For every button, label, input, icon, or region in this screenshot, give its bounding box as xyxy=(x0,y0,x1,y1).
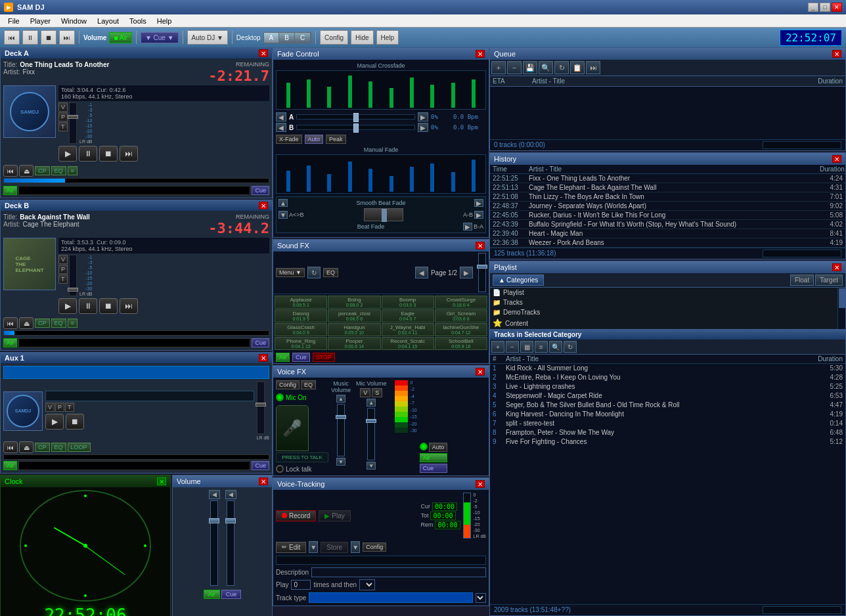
deck-b-fader-thumb[interactable] xyxy=(68,288,78,292)
track-row[interactable]: 6King Harvest - Dancing In The Moonlight… xyxy=(490,410,845,419)
maximize-button[interactable]: □ xyxy=(820,3,830,12)
tracks-search[interactable]: 🔍 xyxy=(549,341,562,353)
sfx-volume-thumb[interactable] xyxy=(477,265,487,269)
sfx-btn-2[interactable]: Boing0:08.0 2 xyxy=(328,296,380,309)
deck-b-stop[interactable]: ⏹ xyxy=(99,298,118,314)
transport-next[interactable]: ⏭ xyxy=(59,30,75,45)
transport-pause[interactable]: ⏸ xyxy=(22,30,38,45)
aux1-cp[interactable]: CP xyxy=(35,443,50,452)
history-row[interactable]: 22:48:37Journey - Separate Ways (Worlds … xyxy=(490,202,845,211)
cf-b-left[interactable]: ◀ xyxy=(276,123,286,132)
history-row[interactable]: 22:51:13Cage The Elephant - Back Against… xyxy=(490,183,845,192)
fade-control-close[interactable]: ✕ xyxy=(476,50,485,58)
queue-add[interactable]: + xyxy=(491,61,506,74)
deck-b-rew[interactable]: ⏮ xyxy=(3,317,18,329)
sfx-btn-1[interactable]: Applause0:09.5 1 xyxy=(275,296,327,309)
track-row[interactable]: 4Steppenwolf - Magic Carpet Ride6:53 xyxy=(490,391,845,401)
aux1-eq[interactable]: EQ xyxy=(51,443,66,452)
sfx-btn-4[interactable]: CrowdSurge0:18.0 4 xyxy=(435,296,487,309)
air-button[interactable]: ■ Air xyxy=(109,32,132,43)
history-row[interactable]: 22:51:25Fixx - One Thing Leads To Anothe… xyxy=(490,174,845,183)
sfx-btn-12[interactable]: lachineGunShe0:04.7 12 xyxy=(435,323,487,336)
volume-fader-right-thumb[interactable] xyxy=(225,518,236,523)
queue-search-input[interactable] xyxy=(763,141,841,149)
vfx-cue[interactable]: Cue xyxy=(420,464,448,473)
description-input[interactable] xyxy=(311,567,486,577)
voice-fx-close[interactable]: ✕ xyxy=(476,368,485,376)
sound-fx-close[interactable]: ✕ xyxy=(476,242,485,250)
mvol-up[interactable]: ▲ xyxy=(336,395,345,403)
deck-a-eq[interactable]: EQ xyxy=(51,166,66,175)
volume-close[interactable]: ✕ xyxy=(259,477,268,485)
desktop-tab-a[interactable]: A xyxy=(264,33,280,43)
deck-b-v-btn[interactable]: V xyxy=(58,255,68,264)
track-row[interactable]: 5Seger, Bob & The Silver Bullet Band - O… xyxy=(490,401,845,410)
deck-b-eject[interactable]: ⏏ xyxy=(19,317,33,329)
cat-item-playlist[interactable]: 📄Playlist xyxy=(490,288,837,297)
history-search[interactable] xyxy=(763,250,841,257)
mvol-down[interactable]: ▼ xyxy=(336,458,345,466)
history-row[interactable]: 22:45:05Rucker, Darius - It Won't Be Lik… xyxy=(490,211,845,220)
transport-stop[interactable]: ⏹ xyxy=(41,30,56,45)
deck-a-air[interactable]: Air xyxy=(3,186,17,195)
menu-window[interactable]: Window xyxy=(56,16,92,26)
press-to-talk[interactable]: PRESS TO TALK xyxy=(276,452,328,462)
vt-close[interactable]: ✕ xyxy=(476,480,485,488)
aux1-eject[interactable]: ⏏ xyxy=(19,441,33,453)
cat-item-demotracks[interactable]: 📁DemoTracks xyxy=(490,307,837,317)
cat-scrollbar[interactable] xyxy=(837,288,845,329)
sfx-air[interactable]: Air xyxy=(276,353,290,362)
clock-close[interactable]: ✕ xyxy=(157,477,166,485)
aux1-t[interactable]: T xyxy=(65,403,74,412)
sfx-btn-8[interactable]: Girl_Scream0:03.8 8 xyxy=(435,309,487,322)
tracks-remove[interactable]: − xyxy=(506,341,519,353)
track-type-select[interactable] xyxy=(476,593,486,603)
tracks-refresh[interactable]: ↻ xyxy=(564,341,577,353)
aux1-play[interactable]: ▶ xyxy=(45,414,64,429)
micvol-up[interactable]: ▲ xyxy=(367,399,376,407)
aux1-loop[interactable]: LOOP xyxy=(68,443,91,452)
sfx-menu[interactable]: Menu ▼ xyxy=(276,268,305,277)
queue-save[interactable]: 💾 xyxy=(523,61,537,74)
deck-a-t-btn[interactable]: T xyxy=(58,122,68,131)
sfx-btn-7[interactable]: Eagle0:04.0 7 xyxy=(382,309,434,322)
deck-a-mix[interactable]: ≡ xyxy=(68,166,78,175)
peak-btn[interactable]: Peak xyxy=(326,135,346,144)
sbf-slider[interactable] xyxy=(364,208,403,221)
track-row[interactable]: 8Frampton, Peter - Show Me The Way6:48 xyxy=(490,428,845,437)
aux1-progress[interactable] xyxy=(3,454,269,460)
sfx-prev-page[interactable]: ◀ xyxy=(415,267,428,278)
beat-fade-right[interactable]: ▶ xyxy=(463,223,472,231)
sfx-btn-5[interactable]: Daiong0:01.9 5 xyxy=(275,309,327,322)
mvol-thumb[interactable] xyxy=(336,415,346,419)
vfx-config[interactable]: Config xyxy=(276,380,300,389)
categories-btn[interactable]: ▲ Categories xyxy=(493,275,544,286)
record-button[interactable]: Record xyxy=(276,510,316,521)
track-row[interactable]: 1Kid Rock - All Summer Long5:30 xyxy=(490,364,845,373)
aux1-stop[interactable]: ⏹ xyxy=(66,414,84,429)
deck-b-eq[interactable]: EQ xyxy=(51,319,66,328)
deck-a-fader-thumb[interactable] xyxy=(68,115,78,119)
deck-a-p-btn[interactable]: P xyxy=(58,112,68,121)
menu-help[interactable]: Help xyxy=(152,16,177,26)
aux1-close[interactable]: ✕ xyxy=(259,354,268,362)
queue-export[interactable]: 📋 xyxy=(570,61,585,74)
desktop-tab-c[interactable]: C xyxy=(295,33,311,43)
menu-layout[interactable]: Layout xyxy=(92,16,124,26)
micvol-thumb[interactable] xyxy=(366,419,376,423)
deck-a-cue[interactable]: Cue xyxy=(252,186,269,195)
mic-v-btn[interactable]: V xyxy=(360,388,370,397)
deck-a-v-btn[interactable]: V xyxy=(58,102,68,112)
deck-a-stop[interactable]: ⏹ xyxy=(99,146,118,162)
hide-button[interactable]: Hide xyxy=(351,30,374,45)
edit-dropdown[interactable]: ▼ xyxy=(309,541,318,553)
help-button[interactable]: Help xyxy=(376,30,399,45)
tracks-add[interactable]: + xyxy=(491,341,504,353)
sfx-btn-10[interactable]: Handgun0:05.0 10 xyxy=(328,323,380,336)
config-button[interactable]: Config xyxy=(320,30,348,45)
cf-b-thumb[interactable] xyxy=(353,123,359,133)
vfx-eq[interactable]: EQ xyxy=(301,380,316,389)
aux1-air[interactable]: Air xyxy=(3,461,17,470)
playlist-search[interactable] xyxy=(763,606,841,614)
menu-file[interactable]: File xyxy=(3,16,25,26)
